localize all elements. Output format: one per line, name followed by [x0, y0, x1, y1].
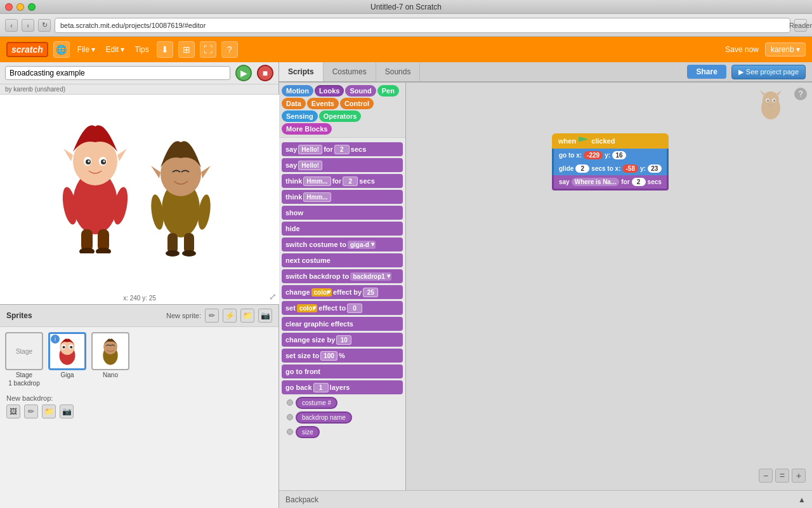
camera-sprite-button[interactable]: 📷 — [258, 309, 272, 323]
goto-block[interactable]: go to x: -229 y: 16 — [552, 149, 669, 162]
nano-thumbnail — [91, 332, 129, 370]
block-go-back[interactable]: go back 1 layers — [282, 380, 403, 394]
giga-name-label: Giga — [60, 371, 74, 378]
block-backdrop-name[interactable]: backdrop name — [296, 411, 352, 424]
sprite-info-badge[interactable]: i — [51, 335, 60, 344]
block-think[interactable]: think Hmm... — [282, 190, 403, 204]
sprites-title: Sprites — [6, 311, 32, 320]
stage-resize-button[interactable]: ⤢ — [269, 291, 277, 302]
url-bar[interactable] — [55, 18, 790, 33]
block-change-size[interactable]: change size by 10 — [282, 333, 403, 347]
paint-sprite-button[interactable]: ✏ — [205, 309, 219, 323]
refresh-button[interactable]: ↻ — [38, 19, 51, 32]
window-controls — [5, 3, 36, 11]
edit-backdrop-button[interactable]: ✏ — [24, 404, 38, 418]
hat-block[interactable]: when clicked — [552, 133, 669, 149]
new-sprite-area: New sprite: ✏ ⚡ 📁 📷 — [166, 309, 272, 323]
block-clear-effects[interactable]: clear graphic effects — [282, 317, 403, 331]
close-button[interactable] — [5, 3, 13, 11]
forward-button[interactable]: › — [22, 19, 34, 32]
cat-operators-button[interactable]: Operators — [319, 110, 362, 122]
zoom-out-button[interactable]: − — [759, 469, 773, 483]
reader-button[interactable]: Reader — [794, 19, 807, 32]
block-go-to-front[interactable]: go to front — [282, 364, 403, 378]
block-say-secs[interactable]: say Hello! for 2 secs — [282, 142, 403, 156]
tab-bar: Scripts Costumes Sounds — [279, 62, 687, 81]
stage-name-label: Stage — [16, 371, 32, 378]
zoom-in-button[interactable]: + — [792, 469, 806, 483]
save-now-button[interactable]: Save now — [725, 45, 759, 54]
sprite-item-giga[interactable]: i Giga — [48, 332, 86, 387]
block-change-color[interactable]: change color effect by 25 — [282, 285, 403, 299]
script-editor: when clicked go to x: -229 y: 16 glide 2… — [406, 83, 812, 508]
say-block[interactable]: say Where is Na... for 2 secs — [552, 175, 669, 190]
tab-costumes[interactable]: Costumes — [324, 62, 376, 81]
tips-menu[interactable]: Tips — [133, 44, 152, 55]
sprite-giga — [57, 114, 133, 253]
cat-pen-button[interactable]: Pen — [377, 85, 399, 97]
block-hide[interactable]: hide — [282, 222, 403, 236]
fullscreen-icon[interactable]: ⛶ — [200, 41, 216, 58]
zoom-reset-button[interactable]: = — [775, 469, 789, 483]
block-say[interactable]: say Hello! — [282, 158, 403, 172]
see-project-button[interactable]: ▶ See project page — [731, 65, 806, 79]
minimize-button[interactable] — [16, 3, 24, 11]
glide-block[interactable]: glide 2 secs to x: -58 y: 23 — [552, 162, 669, 175]
block-think-secs[interactable]: think Hmm... for 2 secs — [282, 174, 403, 188]
help-icon[interactable]: ? — [221, 41, 238, 58]
stamp-sprite-button[interactable]: ⚡ — [223, 309, 237, 323]
svg-point-14 — [79, 248, 95, 253]
cat-sound-button[interactable]: Sound — [345, 85, 376, 97]
cat-looks-button[interactable]: Looks — [315, 85, 344, 97]
block-set-size[interactable]: set size to 100 % — [282, 349, 403, 363]
block-size[interactable]: size — [296, 426, 320, 438]
cat-control-button[interactable]: Control — [340, 98, 374, 109]
download-icon[interactable]: ⬇ — [157, 41, 173, 58]
svg-marker-18 — [151, 166, 160, 178]
stage-area: ▶ ■ by karenb (unshared) — [0, 62, 278, 305]
camera-backdrop-button[interactable]: 📷 — [60, 404, 74, 418]
main-content: Scripts Costumes Sounds Share ▶ See proj… — [279, 62, 812, 508]
help-button[interactable]: ? — [794, 88, 807, 100]
block-next-costume[interactable]: next costume — [282, 253, 403, 267]
paint-backdrop-button[interactable]: 🖼 — [6, 404, 20, 418]
svg-point-25 — [182, 250, 196, 257]
upload-backdrop-button[interactable]: 📁 — [42, 404, 56, 418]
maximize-button[interactable] — [28, 3, 36, 11]
stop-button[interactable]: ■ — [257, 65, 273, 81]
block-switch-costume[interactable]: switch costume to giga-d — [282, 237, 403, 251]
edit-menu[interactable]: Edit ▾ — [103, 44, 127, 55]
cat-events-button[interactable]: Events — [307, 98, 339, 109]
cat-more-button[interactable]: More Blocks — [282, 123, 332, 135]
file-menu[interactable]: File ▾ — [75, 44, 98, 55]
block-costume-number[interactable]: costume # — [296, 397, 337, 409]
cat-sensing-button[interactable]: Sensing — [282, 110, 318, 122]
svg-point-9 — [103, 161, 105, 163]
sprite-nano — [146, 133, 216, 260]
share-button[interactable]: Share — [687, 65, 726, 79]
nano-name-label: Nano — [103, 371, 118, 378]
project-name-input[interactable] — [5, 66, 230, 80]
green-flag-button[interactable]: ▶ — [235, 65, 252, 81]
globe-icon[interactable]: 🌐 — [53, 41, 70, 58]
backpack-bar[interactable]: Backpack ▲ — [279, 490, 812, 508]
sprite-item-stage[interactable]: Stage Stage 1 backdrop — [5, 332, 43, 387]
cat-data-button[interactable]: Data — [282, 98, 306, 109]
user-menu[interactable]: karenb ▾ — [765, 43, 806, 57]
tab-scripts[interactable]: Scripts — [279, 62, 324, 81]
sprites-panel: Sprites New sprite: ✏ ⚡ 📁 📷 Stage Stage … — [0, 305, 278, 508]
scratch-logo[interactable]: scratch — [6, 42, 48, 57]
block-show[interactable]: show — [282, 206, 403, 220]
tab-sounds[interactable]: Sounds — [376, 62, 421, 81]
reporter-row-costume: costume # — [282, 397, 403, 409]
cat-motion-button[interactable]: Motion — [282, 85, 313, 97]
sprite-item-nano[interactable]: Nano — [91, 332, 129, 387]
block-switch-backdrop[interactable]: switch backdrop to backdrop1 — [282, 269, 403, 283]
stage-thumbnail: Stage — [5, 332, 43, 370]
upload-sprite-button[interactable]: 📁 — [240, 309, 254, 323]
back-button[interactable]: ‹ — [5, 19, 18, 32]
block-set-color[interactable]: set color effect to 0 — [282, 301, 403, 315]
svg-point-33 — [103, 340, 117, 354]
svg-point-35 — [763, 91, 779, 109]
resize-icon[interactable]: ⊞ — [178, 41, 195, 58]
